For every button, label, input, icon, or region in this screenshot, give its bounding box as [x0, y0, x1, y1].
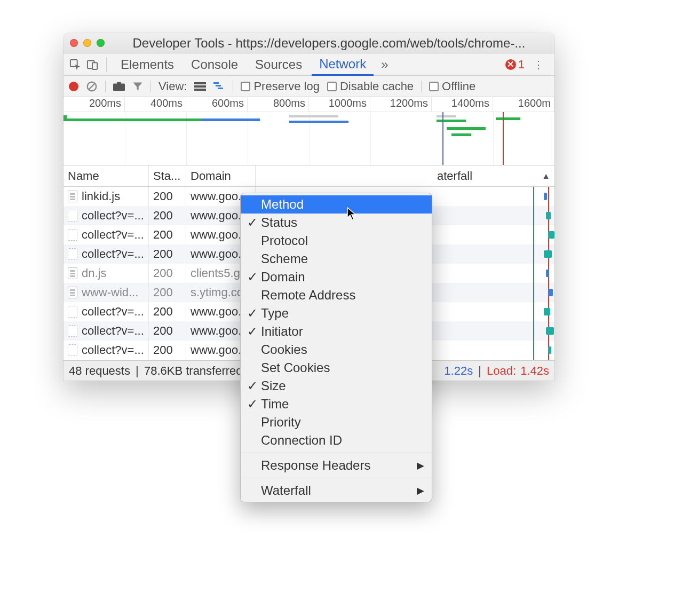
ruler-tick: 1000ms: [309, 97, 370, 112]
svg-rect-2: [92, 62, 97, 69]
separator: [150, 81, 151, 92]
request-name: collect?v=...: [82, 228, 144, 242]
ruler-tick: 600ms: [186, 97, 248, 112]
col-status[interactable]: Sta...: [149, 165, 186, 186]
menu-item-cookies[interactable]: Cookies: [241, 341, 432, 359]
titlebar: Developer Tools - https://developers.goo…: [64, 33, 554, 53]
check-icon: ✓: [247, 397, 258, 412]
menu-item-scheme[interactable]: Scheme: [241, 250, 432, 268]
script-file-icon: [68, 267, 77, 279]
request-name: collect?v=...: [82, 343, 144, 357]
error-icon: ✕: [505, 59, 516, 70]
cell-name: collect?v=...: [64, 225, 149, 244]
request-name: collect?v=...: [82, 247, 144, 261]
request-name: dn.js: [82, 266, 106, 280]
tab-elements[interactable]: Elements: [113, 53, 181, 76]
waterfall-view-icon[interactable]: [213, 82, 225, 91]
tab-network[interactable]: Network: [312, 53, 374, 76]
menu-label: Connection ID: [261, 433, 342, 448]
disable-cache-checkbox[interactable]: Disable cache: [327, 80, 414, 93]
summary-sep: |: [132, 364, 142, 378]
submenu-arrow-icon: ▶: [417, 460, 424, 471]
cell-name: dn.js: [64, 264, 149, 283]
ruler-tick: 200ms: [64, 97, 125, 112]
menu-item-remote-address[interactable]: Remote Address: [241, 286, 432, 304]
menu-label: Domain: [261, 270, 305, 285]
table-header: Name Sta... Domain . aterfall ▲: [64, 165, 554, 187]
menu-response-headers[interactable]: Response Headers ▶: [241, 456, 432, 475]
menu-item-type[interactable]: ✓Type: [241, 304, 432, 322]
cell-name: collect?v=...: [64, 244, 149, 264]
cell-status: 200: [149, 264, 186, 283]
menu-item-time[interactable]: ✓Time: [241, 395, 432, 413]
more-tabs-icon[interactable]: »: [376, 57, 393, 72]
request-name: collect?v=...: [82, 305, 144, 319]
clear-button[interactable]: [86, 81, 98, 92]
summary-dcl: 1.22s: [444, 364, 473, 378]
summary-sep: |: [475, 364, 485, 378]
record-button[interactable]: [69, 82, 78, 91]
cell-status: 200: [149, 187, 186, 206]
cell-name: collect?v=...: [64, 302, 149, 321]
overview-graph: [64, 112, 554, 165]
menu-label: Priority: [261, 415, 301, 430]
settings-menu-icon[interactable]: ⋮: [527, 58, 550, 71]
svg-rect-12: [218, 88, 223, 89]
svg-line-4: [89, 83, 95, 89]
close-window-button[interactable]: [70, 39, 78, 47]
ruler-tick: 1400ms: [432, 97, 493, 112]
menu-item-priority[interactable]: Priority: [241, 413, 432, 431]
sort-indicator-icon: ▲: [542, 171, 550, 181]
blank-file-icon: [68, 248, 77, 260]
menu-item-protocol[interactable]: Protocol: [241, 232, 432, 250]
separator: [233, 81, 233, 92]
preserve-log-checkbox[interactable]: Preserve log: [241, 80, 320, 93]
large-rows-icon[interactable]: [194, 82, 206, 91]
preserve-log-label: Preserve log: [253, 80, 320, 93]
svg-rect-9: [194, 89, 206, 91]
menu-label: Cookies: [261, 342, 307, 357]
cell-name: collect?v=...: [64, 341, 149, 360]
zoom-window-button[interactable]: [97, 39, 105, 47]
cell-name: collect?v=...: [64, 206, 149, 225]
menu-item-initiator[interactable]: ✓Initiator: [241, 322, 432, 341]
menu-label: Response Headers: [261, 458, 370, 473]
minimize-window-button[interactable]: [83, 39, 91, 47]
col-waterfall[interactable]: . aterfall ▲: [256, 165, 554, 186]
summary-requests: 48 requests: [69, 364, 130, 378]
window-title: Developer Tools - https://developers.goo…: [110, 36, 548, 51]
check-icon: ✓: [247, 324, 258, 339]
ruler-tick: 400ms: [125, 97, 186, 112]
tab-sources[interactable]: Sources: [248, 53, 310, 76]
menu-item-status[interactable]: ✓Status: [241, 214, 432, 232]
menu-item-domain[interactable]: ✓Domain: [241, 268, 432, 286]
device-toolbar-icon[interactable]: [85, 59, 100, 70]
error-badge[interactable]: ✕ 1: [505, 58, 525, 72]
offline-checkbox[interactable]: Offline: [429, 80, 475, 93]
menu-label: Size: [261, 378, 286, 393]
menu-item-method[interactable]: Method: [241, 195, 432, 214]
col-name[interactable]: Name: [64, 165, 149, 186]
summary-load-label: Load:: [487, 364, 516, 378]
submenu-arrow-icon: ▶: [417, 485, 424, 496]
col-domain[interactable]: Domain: [186, 165, 256, 186]
error-count: 1: [518, 58, 525, 72]
menu-label: Set Cookies: [261, 360, 330, 375]
capture-screenshots-icon[interactable]: [113, 82, 125, 91]
ruler-tick: 800ms: [248, 97, 309, 112]
ruler-tick: 1200ms: [370, 97, 432, 112]
cell-name: collect?v=...: [64, 321, 149, 341]
inspect-element-icon[interactable]: [68, 59, 83, 70]
offline-label: Offline: [442, 80, 475, 93]
menu-item-set-cookies[interactable]: Set Cookies: [241, 359, 432, 377]
menu-waterfall[interactable]: Waterfall ▶: [241, 481, 432, 500]
window-controls: [70, 39, 105, 47]
menu-item-size[interactable]: ✓Size: [241, 377, 432, 395]
cell-status: 200: [149, 225, 186, 244]
menu-label: Status: [261, 215, 297, 230]
menu-item-connection-id[interactable]: Connection ID: [241, 431, 432, 449]
filter-icon[interactable]: [132, 81, 143, 92]
summary-transferred: 78.6KB transferred: [144, 364, 243, 378]
network-overview[interactable]: 200ms 400ms 600ms 800ms 1000ms 1200ms 14…: [64, 97, 554, 165]
tab-console[interactable]: Console: [184, 53, 245, 76]
